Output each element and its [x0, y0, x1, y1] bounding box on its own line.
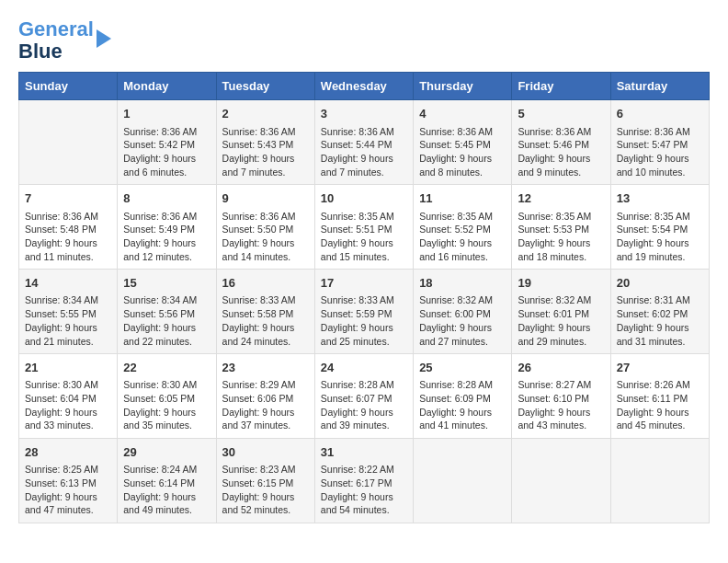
calendar-cell: 7Sunrise: 8:36 AMSunset: 5:48 PMDaylight… — [19, 185, 118, 270]
day-info: Sunrise: 8:36 AMSunset: 5:48 PMDaylight:… — [25, 210, 111, 264]
day-info: Sunrise: 8:29 AMSunset: 6:06 PMDaylight:… — [222, 378, 309, 432]
calendar-week-row: 28Sunrise: 8:25 AMSunset: 6:13 PMDayligh… — [19, 439, 710, 523]
calendar-cell: 19Sunrise: 8:32 AMSunset: 6:01 PMDayligh… — [512, 270, 610, 354]
day-info: Sunrise: 8:36 AMSunset: 5:46 PMDaylight:… — [518, 125, 604, 179]
calendar-cell: 15Sunrise: 8:34 AMSunset: 5:56 PMDayligh… — [118, 270, 216, 354]
day-info: Sunrise: 8:36 AMSunset: 5:43 PMDaylight:… — [222, 125, 309, 179]
day-number: 5 — [518, 106, 604, 122]
day-number: 21 — [25, 360, 111, 376]
day-info: Sunrise: 8:32 AMSunset: 6:00 PMDaylight:… — [419, 293, 506, 348]
day-info: Sunrise: 8:30 AMSunset: 6:05 PMDaylight:… — [123, 378, 210, 432]
day-number: 14 — [25, 275, 111, 292]
day-number: 3 — [321, 106, 407, 122]
day-info: Sunrise: 8:32 AMSunset: 6:01 PMDaylight:… — [518, 293, 604, 348]
calendar-cell — [610, 439, 709, 523]
day-number: 9 — [222, 190, 309, 207]
day-info: Sunrise: 8:36 AMSunset: 5:42 PMDaylight:… — [123, 125, 210, 179]
calendar-cell: 30Sunrise: 8:23 AMSunset: 6:15 PMDayligh… — [216, 439, 314, 523]
day-number: 30 — [222, 444, 309, 461]
day-number: 17 — [321, 275, 407, 292]
calendar-cell — [19, 100, 118, 185]
calendar-cell: 11Sunrise: 8:35 AMSunset: 5:52 PMDayligh… — [414, 185, 512, 270]
calendar-cell: 20Sunrise: 8:31 AMSunset: 6:02 PMDayligh… — [610, 270, 709, 354]
day-info: Sunrise: 8:30 AMSunset: 6:04 PMDaylight:… — [25, 378, 111, 432]
day-info: Sunrise: 8:24 AMSunset: 6:14 PMDaylight:… — [123, 463, 210, 517]
day-info: Sunrise: 8:35 AMSunset: 5:54 PMDaylight:… — [617, 210, 703, 264]
calendar-week-row: 7Sunrise: 8:36 AMSunset: 5:48 PMDaylight… — [19, 185, 710, 270]
day-number: 29 — [123, 444, 210, 461]
weekday-header-wednesday: Wednesday — [314, 73, 413, 100]
calendar-cell: 22Sunrise: 8:30 AMSunset: 6:05 PMDayligh… — [118, 354, 216, 439]
day-number: 13 — [617, 190, 703, 207]
calendar-cell: 3Sunrise: 8:36 AMSunset: 5:44 PMDaylight… — [314, 100, 413, 185]
calendar-cell: 25Sunrise: 8:28 AMSunset: 6:09 PMDayligh… — [414, 354, 512, 439]
day-number: 25 — [419, 360, 506, 376]
calendar-cell: 23Sunrise: 8:29 AMSunset: 6:06 PMDayligh… — [216, 354, 314, 439]
calendar-table: SundayMondayTuesdayWednesdayThursdayFrid… — [18, 72, 710, 523]
calendar-week-row: 14Sunrise: 8:34 AMSunset: 5:55 PMDayligh… — [19, 270, 710, 354]
day-number: 27 — [617, 360, 703, 376]
day-number: 18 — [419, 275, 506, 292]
day-number: 12 — [518, 190, 604, 207]
weekday-header-tuesday: Tuesday — [216, 73, 314, 100]
calendar-cell: 1Sunrise: 8:36 AMSunset: 5:42 PMDaylight… — [118, 100, 216, 185]
calendar-cell: 31Sunrise: 8:22 AMSunset: 6:17 PMDayligh… — [314, 439, 413, 523]
calendar-cell: 4Sunrise: 8:36 AMSunset: 5:45 PMDaylight… — [414, 100, 512, 185]
day-info: Sunrise: 8:28 AMSunset: 6:07 PMDaylight:… — [321, 378, 407, 432]
day-info: Sunrise: 8:36 AMSunset: 5:45 PMDaylight:… — [419, 125, 506, 179]
day-info: Sunrise: 8:34 AMSunset: 5:55 PMDaylight:… — [25, 293, 111, 348]
day-number: 10 — [321, 190, 407, 207]
logo: GeneralBlue — [18, 18, 111, 63]
day-number: 2 — [222, 106, 309, 122]
day-info: Sunrise: 8:36 AMSunset: 5:50 PMDaylight:… — [222, 210, 309, 264]
calendar-cell: 26Sunrise: 8:27 AMSunset: 6:10 PMDayligh… — [512, 354, 610, 439]
calendar-cell: 24Sunrise: 8:28 AMSunset: 6:07 PMDayligh… — [314, 354, 413, 439]
day-number: 4 — [419, 106, 506, 122]
calendar-cell: 17Sunrise: 8:33 AMSunset: 5:59 PMDayligh… — [314, 270, 413, 354]
calendar-week-row: 1Sunrise: 8:36 AMSunset: 5:42 PMDaylight… — [19, 100, 710, 185]
weekday-header-monday: Monday — [118, 73, 216, 100]
day-info: Sunrise: 8:25 AMSunset: 6:13 PMDaylight:… — [25, 463, 111, 517]
calendar-cell: 14Sunrise: 8:34 AMSunset: 5:55 PMDayligh… — [19, 270, 118, 354]
day-info: Sunrise: 8:34 AMSunset: 5:56 PMDaylight:… — [123, 293, 210, 348]
weekday-header-sunday: Sunday — [19, 73, 118, 100]
weekday-header-thursday: Thursday — [414, 73, 512, 100]
day-info: Sunrise: 8:36 AMSunset: 5:44 PMDaylight:… — [321, 125, 407, 179]
weekday-header-saturday: Saturday — [610, 73, 709, 100]
day-number: 16 — [222, 275, 309, 292]
weekday-header-friday: Friday — [512, 73, 610, 100]
calendar-cell — [414, 439, 512, 523]
day-number: 24 — [321, 360, 407, 376]
day-info: Sunrise: 8:33 AMSunset: 5:59 PMDaylight:… — [321, 293, 407, 348]
day-info: Sunrise: 8:36 AMSunset: 5:47 PMDaylight:… — [617, 125, 703, 179]
day-info: Sunrise: 8:33 AMSunset: 5:58 PMDaylight:… — [222, 293, 309, 348]
calendar-cell: 9Sunrise: 8:36 AMSunset: 5:50 PMDaylight… — [216, 185, 314, 270]
day-number: 31 — [321, 444, 407, 461]
calendar-cell: 8Sunrise: 8:36 AMSunset: 5:49 PMDaylight… — [118, 185, 216, 270]
day-info: Sunrise: 8:27 AMSunset: 6:10 PMDaylight:… — [518, 378, 604, 432]
calendar-cell: 5Sunrise: 8:36 AMSunset: 5:46 PMDaylight… — [512, 100, 610, 185]
calendar-cell: 18Sunrise: 8:32 AMSunset: 6:00 PMDayligh… — [414, 270, 512, 354]
day-info: Sunrise: 8:23 AMSunset: 6:15 PMDaylight:… — [222, 463, 309, 517]
day-info: Sunrise: 8:35 AMSunset: 5:52 PMDaylight:… — [419, 210, 506, 264]
day-info: Sunrise: 8:35 AMSunset: 5:51 PMDaylight:… — [321, 210, 407, 264]
logo-text: GeneralBlue — [18, 18, 94, 63]
day-number: 1 — [123, 106, 210, 122]
day-number: 28 — [25, 444, 111, 461]
day-number: 7 — [25, 190, 111, 207]
page-header: GeneralBlue — [18, 18, 710, 63]
calendar-cell: 2Sunrise: 8:36 AMSunset: 5:43 PMDaylight… — [216, 100, 314, 185]
day-number: 6 — [617, 106, 703, 122]
calendar-cell: 28Sunrise: 8:25 AMSunset: 6:13 PMDayligh… — [19, 439, 118, 523]
calendar-cell: 6Sunrise: 8:36 AMSunset: 5:47 PMDaylight… — [610, 100, 709, 185]
logo-arrow-icon — [97, 29, 111, 48]
weekday-header-row: SundayMondayTuesdayWednesdayThursdayFrid… — [19, 73, 710, 100]
calendar-cell: 29Sunrise: 8:24 AMSunset: 6:14 PMDayligh… — [118, 439, 216, 523]
day-number: 20 — [617, 275, 703, 292]
day-info: Sunrise: 8:28 AMSunset: 6:09 PMDaylight:… — [419, 378, 506, 432]
day-number: 22 — [123, 360, 210, 376]
day-info: Sunrise: 8:26 AMSunset: 6:11 PMDaylight:… — [617, 378, 703, 432]
calendar-cell — [512, 439, 610, 523]
calendar-cell: 27Sunrise: 8:26 AMSunset: 6:11 PMDayligh… — [610, 354, 709, 439]
day-info: Sunrise: 8:31 AMSunset: 6:02 PMDaylight:… — [617, 293, 703, 348]
